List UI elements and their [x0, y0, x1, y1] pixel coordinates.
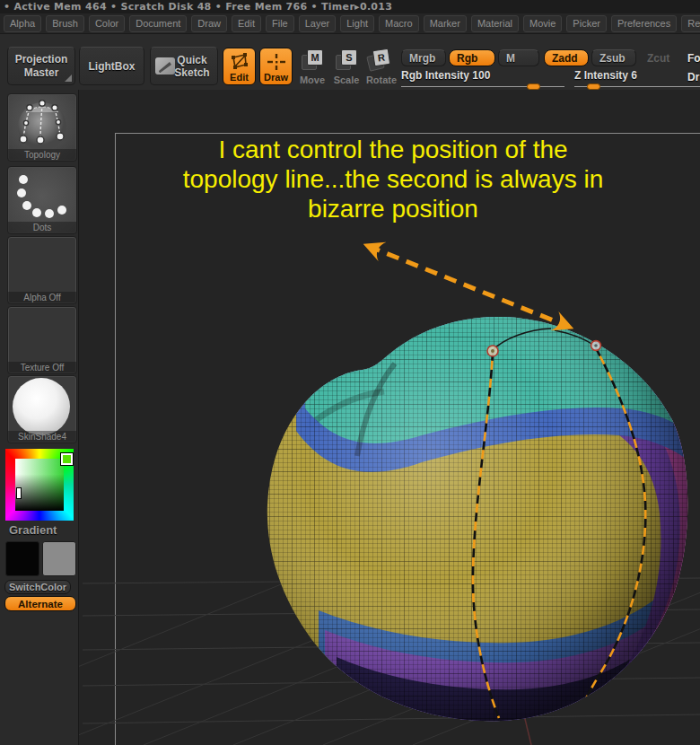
menu-bar: AlphaBrushColorDocumentDrawEditFileLayer…: [0, 13, 700, 34]
color-picker[interactable]: [5, 449, 74, 521]
rotate-label: Rotate: [363, 74, 400, 85]
scale-label: Scale: [330, 74, 363, 85]
topology-point-marker[interactable]: [487, 346, 498, 356]
zadd-toggle[interactable]: Zadd: [544, 49, 589, 66]
annotation-line: topology line...the second is always in: [124, 164, 662, 194]
corner-fold-icon: [65, 74, 72, 82]
draw-label: Draw: [264, 72, 288, 83]
sphere-model[interactable]: [249, 269, 700, 745]
rgb-intensity-label: Rgb Intensity: [401, 69, 469, 82]
menu-item-movie[interactable]: Movie: [523, 15, 562, 32]
material-thumbnail[interactable]: SkinShade4: [7, 375, 77, 443]
stroke-name-label: Dots: [8, 222, 76, 233]
switch-color-button[interactable]: SwitchColor: [4, 580, 71, 594]
lightbox-button[interactable]: LightBox: [79, 47, 144, 85]
secondary-color-swatch[interactable]: [42, 541, 76, 576]
quick-sketch-button[interactable]: Quick Sketch: [150, 47, 218, 85]
status-bar: • Active Mem 464 • Scratch Disk 48 • Fre…: [0, 0, 700, 13]
material-sphere-preview: [13, 378, 70, 435]
rotate-button[interactable]: R Rotate: [363, 49, 400, 85]
alternate-button[interactable]: Alternate: [4, 596, 76, 611]
topology-point-marker[interactable]: [591, 341, 601, 351]
move-button[interactable]: M Move: [296, 49, 328, 85]
menu-item-color[interactable]: Color: [89, 15, 125, 32]
texture-name-label: Texture Off: [8, 362, 76, 373]
menu-item-file[interactable]: File: [266, 15, 294, 32]
top-shelf-toolbar: Projection Master LightBox Quick Sketch …: [0, 34, 700, 91]
z-intensity-slider[interactable]: Z Intensity 6: [574, 69, 700, 87]
stroke-thumbnail[interactable]: Dots: [7, 166, 77, 234]
pen-icon: [155, 57, 175, 74]
menu-item-render[interactable]: Render: [681, 15, 700, 32]
menu-item-alpha[interactable]: Alpha: [4, 15, 41, 32]
z-intensity-label: Z Intensity: [574, 69, 628, 82]
edit-transform-icon: [229, 52, 250, 72]
mrgb-toggle[interactable]: Mrgb: [401, 49, 446, 66]
scale-button[interactable]: S Scale: [330, 49, 363, 85]
projection-master-label: Projection Master: [10, 53, 73, 80]
menu-item-marker[interactable]: Marker: [424, 15, 467, 32]
alpha-name-label: Alpha Off: [8, 292, 76, 303]
zbrush-window: • Active Mem 464 • Scratch Disk 48 • Fre…: [0, 0, 700, 745]
texture-thumbnail[interactable]: Texture Off: [7, 306, 77, 374]
rgb-intensity-value: 100: [472, 69, 490, 82]
projection-master-button[interactable]: Projection Master: [7, 47, 75, 85]
menu-item-layer[interactable]: Layer: [299, 15, 337, 32]
hue-cursor[interactable]: [61, 453, 73, 465]
tool-name-label: Topology: [8, 149, 76, 161]
annotation-line: bizarre position: [124, 194, 662, 224]
menu-item-document[interactable]: Document: [129, 15, 187, 32]
annotation-line: I cant control the position of the: [124, 135, 662, 164]
m-toggle[interactable]: M: [498, 49, 539, 66]
menu-item-edit[interactable]: Edit: [232, 15, 261, 32]
rgb-intensity-slider[interactable]: Rgb Intensity 100: [401, 69, 564, 87]
move-label: Move: [296, 74, 328, 85]
slider-handle[interactable]: [527, 83, 540, 90]
draw-crosshair-icon: [266, 52, 287, 72]
alpha-thumbnail[interactable]: Alpha Off: [7, 236, 77, 304]
menu-item-macro[interactable]: Macro: [379, 15, 419, 32]
sv-cursor[interactable]: [16, 487, 22, 499]
current-tool-thumbnail[interactable]: Topology: [7, 93, 77, 162]
edit-label: Edit: [230, 72, 249, 83]
menu-item-preferences[interactable]: Preferences: [611, 15, 677, 32]
quick-sketch-label: Quick Sketch: [171, 54, 213, 79]
annotation-text: I cant control the position of the topol…: [124, 135, 662, 224]
menu-item-picker[interactable]: Picker: [566, 15, 607, 32]
material-name-label: SkinShade4: [8, 431, 76, 443]
z-intensity-value: 6: [631, 69, 637, 82]
left-tray: Topology Dots Alpha Off Texture Off Skin…: [0, 90, 79, 745]
annotation-arrow: [368, 246, 569, 327]
rgb-toggle[interactable]: Rgb: [449, 49, 495, 66]
menu-item-brush[interactable]: Brush: [46, 15, 84, 32]
menu-item-draw[interactable]: Draw: [191, 15, 227, 32]
gradient-label: Gradient: [0, 523, 79, 537]
draw-mode-button[interactable]: Draw: [259, 48, 293, 85]
edit-mode-button[interactable]: Edit: [223, 48, 256, 85]
slider-handle[interactable]: [587, 83, 600, 90]
focal-shift-cutoff-label: Fo: [687, 52, 700, 65]
zsub-toggle[interactable]: Zsub: [591, 49, 636, 66]
menu-item-material[interactable]: Material: [471, 15, 519, 32]
lightbox-label: LightBox: [89, 60, 136, 73]
zcut-toggle: Zcut: [639, 49, 675, 66]
menu-item-light[interactable]: Light: [340, 15, 374, 32]
saturation-value-square[interactable]: [15, 459, 64, 511]
viewport-canvas[interactable]: I cant control the position of the topol…: [79, 90, 700, 745]
main-color-swatch[interactable]: [5, 541, 39, 576]
